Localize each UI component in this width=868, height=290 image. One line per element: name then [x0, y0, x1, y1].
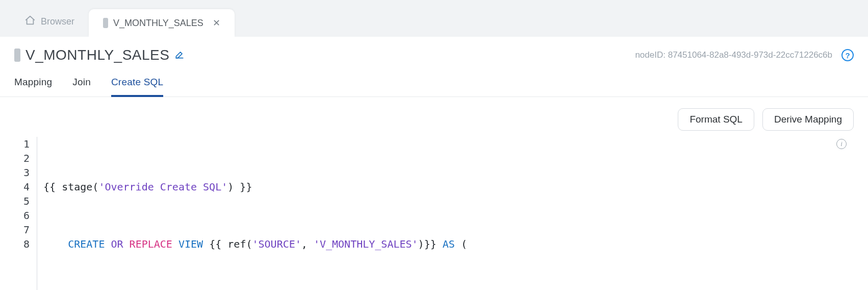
- format-sql-button[interactable]: Format SQL: [678, 108, 754, 131]
- sql-editor[interactable]: 1 2 3 4 5 6 7 8 {{ stage('Override Creat…: [14, 137, 854, 290]
- tab-browser[interactable]: Browser: [10, 7, 89, 37]
- subtabs: Mapping Join Create SQL: [0, 65, 868, 97]
- line-number: 5: [14, 194, 30, 208]
- close-icon[interactable]: ✕: [213, 17, 220, 29]
- code-area[interactable]: {{ stage('Override Create SQL') }} CREAT…: [37, 137, 854, 290]
- gutter: 1 2 3 4 5 6 7 8: [14, 137, 37, 290]
- header-row: V_MONTHLY_SALES nodeID: 87451064-82a8-49…: [0, 37, 868, 65]
- line-number: 2: [14, 151, 30, 165]
- main-panel: V_MONTHLY_SALES nodeID: 87451064-82a8-49…: [0, 37, 868, 290]
- edit-icon[interactable]: [174, 47, 185, 63]
- code-line: CREATE OR REPLACE VIEW {{ ref('SOURCE', …: [43, 237, 854, 251]
- page-title: V_MONTHLY_SALES: [25, 47, 169, 63]
- node-title: V_MONTHLY_SALES: [14, 47, 185, 63]
- node-glyph-icon: [103, 18, 108, 28]
- line-number: 4: [14, 180, 30, 194]
- node-glyph-icon: [14, 49, 20, 62]
- home-icon: [24, 15, 36, 29]
- tab-create-sql[interactable]: Create SQL: [111, 77, 163, 97]
- info-icon[interactable]: i: [836, 139, 847, 149]
- node-id-text: nodeID: 87451064-82a8-493d-973d-22cc7122…: [635, 50, 832, 60]
- tabstrip: Browser V_MONTHLY_SALES ✕: [0, 0, 868, 37]
- toolbar: Format SQL Derive Mapping: [0, 97, 868, 137]
- line-number: 7: [14, 223, 30, 237]
- line-number: 8: [14, 237, 30, 251]
- line-number: 1: [14, 137, 30, 151]
- tab-browser-label: Browser: [41, 16, 74, 27]
- help-icon[interactable]: ?: [841, 49, 854, 61]
- code-line: {{ stage('Override Create SQL') }}: [43, 180, 854, 194]
- tab-node-active[interactable]: V_MONTHLY_SALES ✕: [89, 9, 235, 37]
- node-id: nodeID: 87451064-82a8-493d-973d-22cc7122…: [635, 49, 854, 61]
- tab-join[interactable]: Join: [72, 77, 91, 96]
- line-number: 6: [14, 208, 30, 223]
- derive-mapping-button[interactable]: Derive Mapping: [762, 108, 854, 131]
- tab-node-label: V_MONTHLY_SALES: [113, 18, 203, 29]
- tab-mapping[interactable]: Mapping: [14, 77, 52, 96]
- editor-container: i 1 2 3 4 5 6 7 8 {{ stage('Override Cre…: [0, 137, 868, 290]
- line-number: 3: [14, 165, 30, 180]
